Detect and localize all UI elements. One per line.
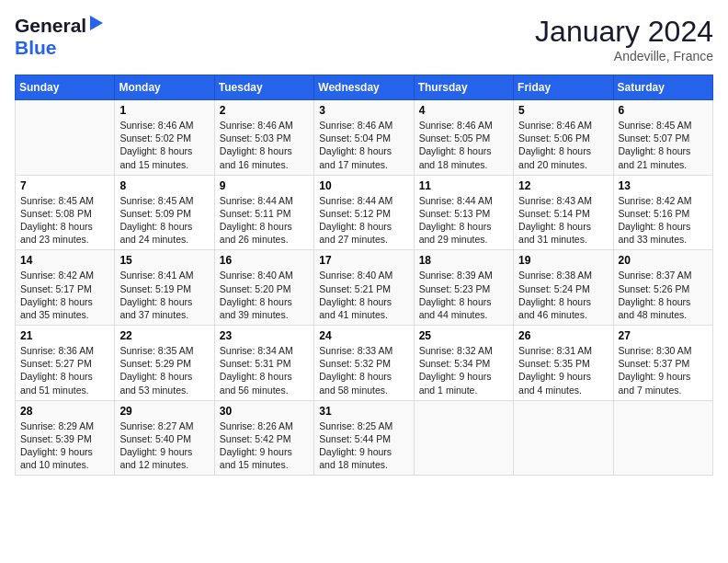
cell-sun-info: Sunrise: 8:32 AMSunset: 5:34 PMDaylight:…: [419, 344, 508, 396]
day-number: 6: [619, 104, 708, 117]
cell-sun-info: Sunrise: 8:37 AMSunset: 5:26 PMDaylight:…: [619, 269, 708, 321]
calendar-cell: 12Sunrise: 8:43 AMSunset: 5:14 PMDayligh…: [514, 175, 613, 250]
header-row: SundayMondayTuesdayWednesdayThursdayFrid…: [16, 75, 713, 100]
cell-sun-info: Sunrise: 8:46 AMSunset: 5:05 PMDaylight:…: [419, 119, 508, 171]
cell-sun-info: Sunrise: 8:42 AMSunset: 5:16 PMDaylight:…: [619, 194, 708, 247]
day-number: 7: [20, 179, 109, 192]
cell-sun-info: Sunrise: 8:33 AMSunset: 5:32 PMDaylight:…: [319, 344, 408, 396]
cell-sun-info: Sunrise: 8:29 AMSunset: 5:39 PMDaylight:…: [20, 419, 109, 472]
day-header: Tuesday: [214, 75, 313, 100]
day-number: 16: [220, 254, 309, 267]
cell-sun-info: Sunrise: 8:36 AMSunset: 5:27 PMDaylight:…: [20, 344, 109, 396]
calendar-cell: 24Sunrise: 8:33 AMSunset: 5:32 PMDayligh…: [314, 326, 414, 401]
day-number: 27: [619, 329, 708, 342]
cell-sun-info: Sunrise: 8:46 AMSunset: 5:04 PMDaylight:…: [319, 119, 408, 171]
calendar-cell: 1Sunrise: 8:46 AMSunset: 5:02 PMDaylight…: [115, 100, 214, 176]
day-number: 29: [119, 405, 209, 418]
day-number: 28: [20, 405, 109, 418]
cell-sun-info: Sunrise: 8:44 AMSunset: 5:12 PMDaylight:…: [319, 194, 408, 247]
calendar-cell: 13Sunrise: 8:42 AMSunset: 5:16 PMDayligh…: [613, 175, 712, 250]
cell-sun-info: Sunrise: 8:40 AMSunset: 5:20 PMDaylight:…: [220, 269, 309, 321]
logo: General Blue: [15, 15, 105, 59]
logo-blue: Blue: [15, 37, 57, 58]
day-number: 23: [220, 329, 309, 342]
calendar-cell: 29Sunrise: 8:27 AMSunset: 5:40 PMDayligh…: [115, 400, 214, 476]
calendar-cell: 10Sunrise: 8:44 AMSunset: 5:12 PMDayligh…: [314, 175, 414, 250]
calendar-cell: 27Sunrise: 8:30 AMSunset: 5:37 PMDayligh…: [613, 326, 712, 401]
calendar-cell: 19Sunrise: 8:38 AMSunset: 5:24 PMDayligh…: [514, 250, 613, 326]
calendar-week-row: 21Sunrise: 8:36 AMSunset: 5:27 PMDayligh…: [16, 326, 713, 401]
day-number: 4: [419, 104, 508, 117]
calendar-cell: 20Sunrise: 8:37 AMSunset: 5:26 PMDayligh…: [613, 250, 712, 326]
cell-sun-info: Sunrise: 8:26 AMSunset: 5:42 PMDaylight:…: [220, 419, 309, 472]
day-number: 12: [518, 179, 608, 192]
day-number: 18: [419, 254, 508, 267]
day-number: 15: [119, 254, 209, 267]
calendar-cell: 16Sunrise: 8:40 AMSunset: 5:20 PMDayligh…: [214, 250, 313, 326]
calendar-cell: 26Sunrise: 8:31 AMSunset: 5:35 PMDayligh…: [514, 326, 613, 401]
calendar-cell: 25Sunrise: 8:32 AMSunset: 5:34 PMDayligh…: [414, 326, 513, 401]
cell-sun-info: Sunrise: 8:46 AMSunset: 5:02 PMDaylight:…: [119, 119, 209, 171]
day-number: 11: [419, 179, 508, 192]
cell-sun-info: Sunrise: 8:46 AMSunset: 5:06 PMDaylight:…: [518, 119, 608, 171]
month-title: January 2024: [535, 15, 713, 49]
cell-sun-info: Sunrise: 8:43 AMSunset: 5:14 PMDaylight:…: [518, 194, 608, 247]
calendar-cell: 7Sunrise: 8:45 AMSunset: 5:08 PMDaylight…: [16, 175, 115, 250]
logo-triangle-icon: [88, 16, 105, 32]
header: General Blue January 2024 Andeville, Fra…: [15, 15, 713, 63]
day-header: Friday: [514, 75, 613, 100]
day-number: 5: [518, 104, 608, 117]
location: Andeville, France: [535, 49, 713, 63]
cell-sun-info: Sunrise: 8:45 AMSunset: 5:09 PMDaylight:…: [119, 194, 209, 247]
day-number: 24: [319, 329, 408, 342]
calendar-cell: 3Sunrise: 8:46 AMSunset: 5:04 PMDaylight…: [314, 100, 414, 176]
calendar-cell: 17Sunrise: 8:40 AMSunset: 5:21 PMDayligh…: [314, 250, 414, 326]
cell-sun-info: Sunrise: 8:38 AMSunset: 5:24 PMDaylight:…: [518, 269, 608, 321]
day-number: 31: [319, 405, 408, 418]
calendar-cell: 9Sunrise: 8:44 AMSunset: 5:11 PMDaylight…: [214, 175, 313, 250]
calendar-cell: 2Sunrise: 8:46 AMSunset: 5:03 PMDaylight…: [214, 100, 313, 176]
day-number: 1: [119, 104, 209, 117]
logo-general: General: [15, 15, 86, 37]
day-number: 2: [220, 104, 309, 117]
cell-sun-info: Sunrise: 8:31 AMSunset: 5:35 PMDaylight:…: [518, 344, 608, 396]
calendar-cell: 31Sunrise: 8:25 AMSunset: 5:44 PMDayligh…: [314, 400, 414, 476]
calendar-cell: 30Sunrise: 8:26 AMSunset: 5:42 PMDayligh…: [214, 400, 313, 476]
calendar-cell: 6Sunrise: 8:45 AMSunset: 5:07 PMDaylight…: [613, 100, 712, 176]
cell-sun-info: Sunrise: 8:41 AMSunset: 5:19 PMDaylight:…: [119, 269, 209, 321]
calendar-week-row: 7Sunrise: 8:45 AMSunset: 5:08 PMDaylight…: [16, 175, 713, 250]
day-number: 3: [319, 104, 408, 117]
svg-marker-0: [90, 16, 103, 30]
cell-sun-info: Sunrise: 8:39 AMSunset: 5:23 PMDaylight:…: [419, 269, 508, 321]
day-header: Sunday: [16, 75, 115, 100]
calendar-cell: 5Sunrise: 8:46 AMSunset: 5:06 PMDaylight…: [514, 100, 613, 176]
calendar-cell: [16, 100, 115, 176]
calendar-cell: 14Sunrise: 8:42 AMSunset: 5:17 PMDayligh…: [16, 250, 115, 326]
calendar-cell: 22Sunrise: 8:35 AMSunset: 5:29 PMDayligh…: [115, 326, 214, 401]
title-block: January 2024 Andeville, France: [535, 15, 713, 63]
calendar-cell: 4Sunrise: 8:46 AMSunset: 5:05 PMDaylight…: [414, 100, 513, 176]
cell-sun-info: Sunrise: 8:44 AMSunset: 5:11 PMDaylight:…: [220, 194, 309, 247]
calendar-week-row: 14Sunrise: 8:42 AMSunset: 5:17 PMDayligh…: [16, 250, 713, 326]
day-number: 30: [220, 405, 309, 418]
calendar-cell: 21Sunrise: 8:36 AMSunset: 5:27 PMDayligh…: [16, 326, 115, 401]
calendar-week-row: 28Sunrise: 8:29 AMSunset: 5:39 PMDayligh…: [16, 400, 713, 476]
calendar-cell: 23Sunrise: 8:34 AMSunset: 5:31 PMDayligh…: [214, 326, 313, 401]
cell-sun-info: Sunrise: 8:45 AMSunset: 5:08 PMDaylight:…: [20, 194, 109, 247]
cell-sun-info: Sunrise: 8:35 AMSunset: 5:29 PMDaylight:…: [119, 344, 209, 396]
calendar-cell: 15Sunrise: 8:41 AMSunset: 5:19 PMDayligh…: [115, 250, 214, 326]
day-number: 10: [319, 179, 408, 192]
cell-sun-info: Sunrise: 8:44 AMSunset: 5:13 PMDaylight:…: [419, 194, 508, 247]
calendar-cell: 11Sunrise: 8:44 AMSunset: 5:13 PMDayligh…: [414, 175, 513, 250]
cell-sun-info: Sunrise: 8:40 AMSunset: 5:21 PMDaylight:…: [319, 269, 408, 321]
cell-sun-info: Sunrise: 8:42 AMSunset: 5:17 PMDaylight:…: [20, 269, 109, 321]
day-header: Saturday: [613, 75, 712, 100]
calendar-cell: 8Sunrise: 8:45 AMSunset: 5:09 PMDaylight…: [115, 175, 214, 250]
cell-sun-info: Sunrise: 8:46 AMSunset: 5:03 PMDaylight:…: [220, 119, 309, 171]
calendar-cell: 18Sunrise: 8:39 AMSunset: 5:23 PMDayligh…: [414, 250, 513, 326]
day-number: 21: [20, 329, 109, 342]
cell-sun-info: Sunrise: 8:45 AMSunset: 5:07 PMDaylight:…: [619, 119, 708, 171]
day-header: Monday: [115, 75, 214, 100]
calendar-cell: 28Sunrise: 8:29 AMSunset: 5:39 PMDayligh…: [16, 400, 115, 476]
day-number: 17: [319, 254, 408, 267]
